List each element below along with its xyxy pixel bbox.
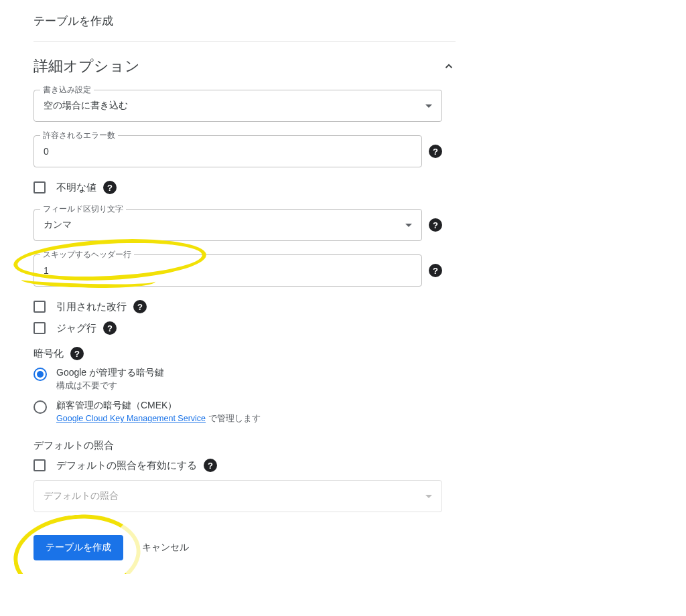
unknown-values-label: 不明な値 bbox=[56, 181, 96, 194]
jagged-rows-checkbox[interactable] bbox=[33, 322, 46, 334]
collation-title: デフォルトの照合 bbox=[33, 439, 456, 452]
advanced-options-toggle[interactable]: 詳細オプション bbox=[33, 56, 456, 76]
collation-enable-checkbox[interactable] bbox=[33, 459, 46, 471]
encryption-title: 暗号化 ? bbox=[33, 347, 456, 360]
jagged-rows-row: ジャグ行 ? bbox=[33, 321, 456, 335]
cancel-button[interactable]: キャンセル bbox=[142, 542, 189, 554]
write-setting-label: 書き込み設定 bbox=[40, 84, 94, 96]
quoted-newlines-label: 引用された改行 bbox=[56, 301, 127, 313]
quoted-newlines-checkbox[interactable] bbox=[33, 301, 46, 313]
help-icon[interactable]: ? bbox=[429, 218, 442, 232]
collation-placeholder: デフォルトの照合 bbox=[44, 490, 425, 502]
field-delimiter-label: フィールド区切り文字 bbox=[40, 204, 126, 215]
header-rows-label: スキップするヘッダー行 bbox=[40, 249, 134, 260]
allowed-errors-label: 許容されるエラー数 bbox=[40, 130, 118, 141]
dialog-footer: テーブルを作成 キャンセル bbox=[33, 535, 456, 560]
encryption-cmek-row: 顧客管理の暗号鍵（CMEK） Google Cloud Key Manageme… bbox=[33, 400, 456, 425]
write-setting-field: 書き込み設定 空の場合に書き込む bbox=[33, 90, 442, 122]
header-rows-input[interactable] bbox=[44, 265, 412, 276]
allowed-errors-input[interactable] bbox=[44, 146, 412, 157]
encryption-cmek-desc: Google Cloud Key Management Service で管理し… bbox=[56, 413, 261, 425]
help-icon[interactable]: ? bbox=[429, 145, 442, 158]
field-delimiter-value: カンマ bbox=[44, 219, 400, 231]
help-icon[interactable]: ? bbox=[70, 347, 84, 360]
encryption-google-row: Google が管理する暗号鍵 構成は不要です bbox=[33, 367, 456, 392]
create-table-button[interactable]: テーブルを作成 bbox=[33, 535, 123, 560]
kms-link[interactable]: Google Cloud Key Management Service bbox=[56, 414, 206, 423]
dropdown-icon bbox=[425, 495, 432, 498]
dropdown-icon bbox=[405, 224, 412, 227]
encryption-google-radio[interactable] bbox=[33, 368, 47, 381]
encryption-google-label: Google が管理する暗号鍵 bbox=[56, 367, 164, 379]
write-setting-value: 空の場合に書き込む bbox=[44, 100, 420, 112]
advanced-options-title: 詳細オプション bbox=[33, 56, 140, 76]
encryption-cmek-suffix: で管理します bbox=[206, 414, 260, 423]
dialog-title: テーブルを作成 bbox=[33, 13, 456, 42]
encryption-title-text: 暗号化 bbox=[33, 348, 64, 360]
collation-select: デフォルトの照合 bbox=[33, 480, 442, 512]
help-icon[interactable]: ? bbox=[204, 459, 217, 472]
collation-enable-row: デフォルトの照合を有効にする ? bbox=[33, 459, 456, 472]
collation-enable-label: デフォルトの照合を有効にする bbox=[56, 459, 197, 472]
write-setting-select[interactable]: 空の場合に書き込む bbox=[33, 90, 442, 122]
dropdown-icon bbox=[425, 104, 432, 108]
help-icon[interactable]: ? bbox=[103, 321, 117, 335]
header-rows-field: スキップするヘッダー行 ? bbox=[33, 254, 442, 287]
encryption-cmek-label: 顧客管理の暗号鍵（CMEK） bbox=[56, 400, 261, 412]
chevron-up-icon bbox=[442, 60, 456, 73]
help-icon[interactable]: ? bbox=[429, 264, 442, 277]
help-icon[interactable]: ? bbox=[133, 300, 147, 313]
quoted-newlines-row: 引用された改行 ? bbox=[33, 300, 456, 313]
unknown-values-row: 不明な値 ? bbox=[33, 181, 456, 194]
unknown-values-checkbox[interactable] bbox=[33, 181, 46, 194]
encryption-cmek-radio[interactable] bbox=[33, 400, 47, 414]
encryption-google-desc: 構成は不要です bbox=[56, 380, 164, 392]
field-delimiter-field: フィールド区切り文字 カンマ ? bbox=[33, 209, 442, 241]
jagged-rows-label: ジャグ行 bbox=[56, 322, 96, 335]
help-icon[interactable]: ? bbox=[103, 181, 117, 194]
allowed-errors-field: 許容されるエラー数 ? bbox=[33, 135, 442, 167]
